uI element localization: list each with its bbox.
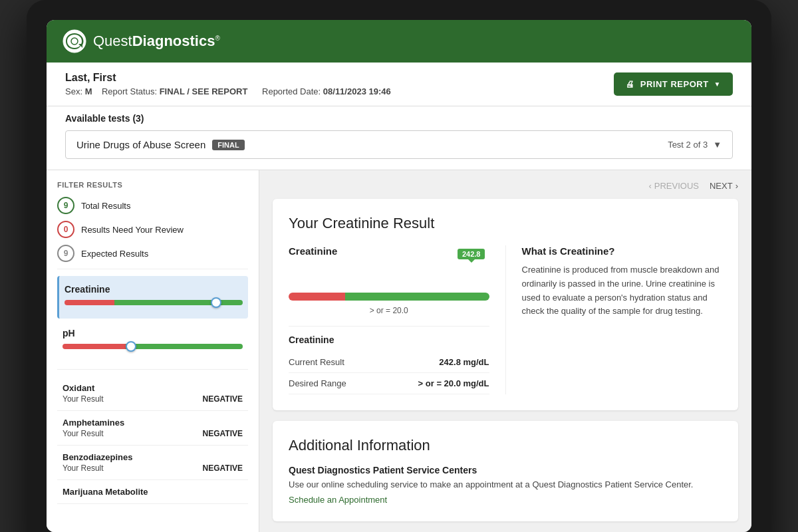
print-button-label: PRINT REPORT: [640, 79, 709, 89]
gauge-value-bubble: 242.8: [458, 249, 485, 259]
review-badge: 0: [57, 221, 74, 238]
right-panel: ‹ PREVIOUS NEXT › Your Creatinine Result…: [259, 170, 751, 532]
chevron-down-icon: ▼: [713, 140, 722, 150]
creatinine-result-card: Your Creatinine Result Creatinine 242.8: [273, 199, 738, 410]
benzodiazepines-sub-label: Your Result: [63, 464, 104, 473]
logo-text: QuestDiagnostics®: [93, 33, 220, 50]
sidebar-item-benzodiazepines[interactable]: Benzodiazepines Your Result NEGATIVE: [57, 446, 248, 480]
sex-value: M: [85, 86, 92, 96]
additional-info-title: Additional Information: [289, 437, 722, 454]
additional-info-card: Additional Information Quest Diagnostics…: [273, 421, 738, 521]
schedule-link[interactable]: Schedule an Appointment: [289, 495, 387, 505]
ph-name: pH: [63, 328, 243, 338]
svg-point-1: [71, 38, 78, 45]
patient-meta: Sex: M Report Status: FINAL / SEE REPORT…: [65, 86, 391, 96]
table-subtitle: Creatinine: [289, 334, 489, 345]
reported-label: Reported Date:: [262, 86, 321, 96]
available-tests-heading: Available tests (3): [65, 113, 733, 124]
info-title: What is Creatinine?: [522, 245, 723, 257]
info-text: Creatinine is produced from muscle break…: [522, 263, 723, 319]
patient-details: Last, First Sex: M Report Status: FINAL …: [65, 72, 391, 96]
test-selector-left: Urine Drugs of Abuse Screen FINAL: [76, 139, 245, 150]
amphetamines-value: NEGATIVE: [203, 429, 243, 438]
main-content: FILTER RESULTS 9 Total Results 0 Results…: [47, 170, 751, 532]
result-card-inner: Creatinine 242.8 > o: [289, 245, 722, 394]
patient-info-bar: Last, First Sex: M Report Status: FINAL …: [47, 63, 751, 106]
filter-label: FILTER RESULTS: [57, 181, 248, 189]
test-name: Urine Drugs of Abuse Screen: [76, 139, 205, 150]
sidebar-item-marijuana[interactable]: Marijuana Metabolite: [57, 480, 248, 504]
amphetamines-result: Your Result NEGATIVE: [63, 429, 243, 438]
gauge-bar: [289, 293, 489, 301]
gauge-label: > or = 20.0: [289, 306, 489, 315]
oxidant-value: NEGATIVE: [203, 394, 243, 404]
oxidant-sub-label: Your Result: [63, 394, 104, 404]
total-badge: 9: [57, 197, 74, 214]
sidebar-item-ph[interactable]: pH: [57, 320, 248, 362]
print-report-button[interactable]: 🖨 PRINT REPORT ▼: [614, 72, 733, 96]
navigation-arrows: ‹ PREVIOUS NEXT ›: [273, 181, 738, 191]
printer-icon: 🖨: [626, 79, 635, 89]
test-nav-text: Test 2 of 3: [668, 140, 708, 150]
filter-review[interactable]: 0 Results Need Your Review: [57, 221, 248, 238]
service-text: Use our online scheduling service to mak…: [289, 479, 722, 489]
marijuana-name: Marijuana Metabolite: [63, 487, 243, 497]
chevron-down-icon: ▼: [714, 80, 721, 88]
oxidant-name: Oxidant: [63, 383, 243, 393]
amphetamines-name: Amphetamines: [63, 418, 243, 428]
patient-name: Last, First: [65, 72, 391, 84]
desired-range-value: > or = 20.0 mg/dL: [418, 378, 489, 388]
reported-value: 08/11/2023 19:46: [323, 86, 391, 96]
filter-expected[interactable]: 9 Expected Results: [57, 245, 248, 262]
sidebar-item-creatinine[interactable]: Creatinine: [57, 276, 248, 319]
chevron-right-icon: ›: [735, 181, 738, 191]
desired-range-row: Desired Range > or = 20.0 mg/dL: [289, 373, 489, 394]
gauge-area: 242.8 > or = 20.0: [289, 267, 489, 315]
filter-total[interactable]: 9 Total Results: [57, 197, 248, 214]
creatinine-name: Creatinine: [65, 284, 243, 295]
status-value: FINAL / SEE REPORT: [160, 86, 248, 96]
header: QuestDiagnostics®: [47, 20, 751, 63]
test-selector-dropdown[interactable]: Urine Drugs of Abuse Screen FINAL Test 2…: [65, 130, 733, 159]
desired-range-label: Desired Range: [289, 378, 346, 388]
sex-label: Sex:: [65, 86, 82, 96]
chevron-left-icon: ‹: [648, 181, 651, 191]
expected-badge: 9: [57, 245, 74, 262]
available-tests-section: Available tests (3) Urine Drugs of Abuse…: [47, 106, 751, 170]
benzodiazepines-name: Benzodiazepines: [63, 452, 243, 462]
current-result-label: Current Result: [289, 357, 344, 367]
benzodiazepines-value: NEGATIVE: [203, 464, 243, 473]
sidebar-item-oxidant[interactable]: Oxidant Your Result NEGATIVE: [57, 376, 248, 411]
oxidant-result: Your Result NEGATIVE: [63, 394, 243, 404]
service-title: Quest Diagnostics Patient Service Center…: [289, 465, 722, 475]
test-nav: Test 2 of 3 ▼: [668, 140, 722, 150]
quest-logo-icon: [63, 29, 86, 53]
final-badge: FINAL: [212, 140, 244, 150]
previous-button[interactable]: ‹ PREVIOUS: [648, 181, 699, 191]
review-label: Results Need Your Review: [81, 225, 184, 235]
expected-label: Expected Results: [81, 249, 148, 259]
status-label: Report Status:: [102, 86, 157, 96]
total-label: Total Results: [81, 201, 130, 211]
current-result-row: Current Result 242.8 mg/dL: [289, 352, 489, 373]
result-card-title: Your Creatinine Result: [289, 215, 722, 232]
previous-label: PREVIOUS: [654, 181, 699, 191]
benzodiazepines-result: Your Result NEGATIVE: [63, 464, 243, 473]
current-result-value: 242.8 mg/dL: [439, 357, 489, 367]
result-card-right: What is Creatinine? Creatinine is produc…: [505, 245, 723, 394]
amphetamines-sub-label: Your Result: [63, 429, 104, 438]
next-label: NEXT: [710, 181, 733, 191]
next-button[interactable]: NEXT ›: [710, 181, 738, 191]
sidebar: FILTER RESULTS 9 Total Results 0 Results…: [47, 170, 259, 532]
result-card-left: Creatinine 242.8 > o: [289, 245, 489, 394]
sidebar-item-amphetamines[interactable]: Amphetamines Your Result NEGATIVE: [57, 411, 248, 446]
logo: QuestDiagnostics®: [63, 29, 220, 53]
